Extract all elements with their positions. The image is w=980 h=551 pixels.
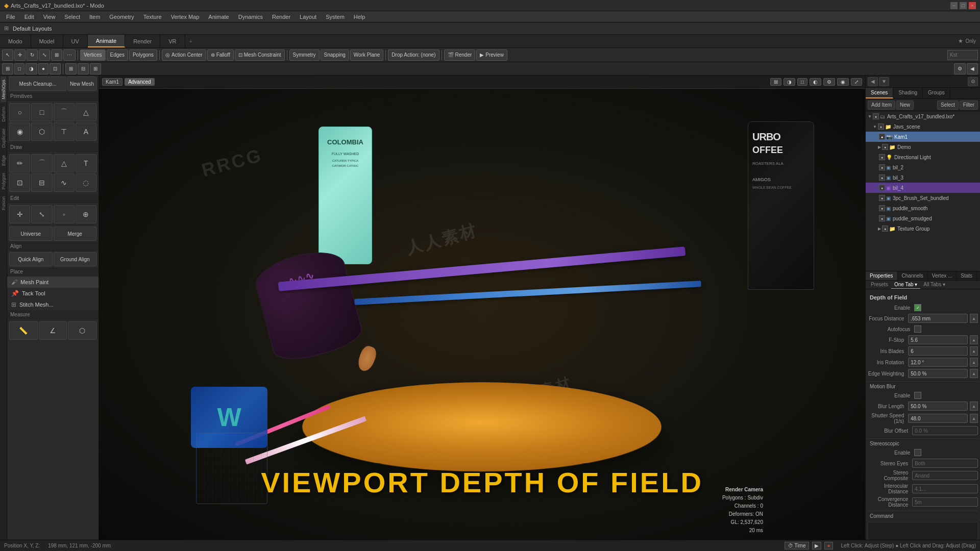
vp-camera-select[interactable]: Kam1: [102, 78, 122, 86]
tb2-grid[interactable]: ⊞: [2, 63, 13, 74]
tb2-settings[interactable]: ⚙: [954, 63, 966, 74]
tack-tool[interactable]: 📌 Tack Tool: [7, 288, 99, 299]
tab-channels[interactable]: Channels: [898, 271, 928, 280]
iris-rotation-arrow[interactable]: ▲: [970, 358, 978, 367]
stereo-eyes-input[interactable]: Both: [912, 459, 978, 468]
interocular-input[interactable]: 4.1...: [912, 484, 978, 493]
eye-demo[interactable]: ●: [882, 144, 888, 150]
shutter-speed-input[interactable]: 48.0: [908, 414, 968, 423]
tb-polygons[interactable]: Polygons: [129, 49, 157, 61]
measure-angle[interactable]: ∠: [39, 321, 67, 340]
vp-shade-toggle[interactable]: ◑: [783, 78, 795, 86]
new-mesh-button[interactable]: New Mesh: [67, 77, 96, 91]
tb-move[interactable]: ✛: [14, 49, 26, 61]
menu-animate[interactable]: Animate: [204, 13, 233, 21]
tab-properties[interactable]: Properties: [866, 271, 898, 280]
mode-tab-uv[interactable]: UV: [63, 35, 88, 47]
prim-disc[interactable]: ◉: [9, 122, 30, 141]
ri-collapse-all[interactable]: ▼: [879, 77, 889, 86]
scene-select[interactable]: Select: [937, 101, 959, 110]
ground-align-button[interactable]: Ground Align: [54, 252, 97, 266]
scene-item-texgroup[interactable]: ▶ ● 📁 Texture Group: [866, 223, 980, 234]
tb2-cube[interactable]: □: [14, 63, 24, 74]
mesh-cleanup-button[interactable]: Mesh Cleanup...: [9, 77, 66, 91]
tb-workplane[interactable]: Work Plane: [350, 49, 384, 61]
scene-item-puddlesmudged[interactable]: ● ▣ puddle_smudged: [866, 213, 980, 223]
iris-blades-input[interactable]: 6: [908, 346, 968, 356]
scene-filter[interactable]: Filter: [960, 101, 978, 110]
mode-tab-animate[interactable]: Animate: [88, 35, 125, 47]
scene-item-bil3[interactable]: ● ▣ bil_3: [866, 172, 980, 183]
edge-weighting-input[interactable]: 50.0 %: [908, 369, 968, 378]
stereo-composite-input[interactable]: Anand: [912, 471, 978, 480]
tab-scenes[interactable]: Scenes: [866, 88, 893, 98]
eye-bil2[interactable]: ●: [879, 164, 885, 170]
stitch-mesh[interactable]: ⊞ Stitch Mesh...: [7, 299, 99, 310]
tb2-layout[interactable]: ⊞: [65, 63, 77, 74]
mode-tab-add[interactable]: +: [185, 35, 197, 47]
iris-rotation-input[interactable]: 12.0 °: [908, 358, 968, 367]
tb-edges[interactable]: Edges: [107, 49, 128, 61]
tb2-collapse[interactable]: ◀: [967, 63, 978, 74]
eye-puddlesmudged[interactable]: ●: [879, 215, 885, 221]
subtab-presets[interactable]: Presets: [868, 281, 891, 289]
tb-action-center[interactable]: ◎ Action Center: [162, 49, 206, 61]
eye-bil4[interactable]: ●: [879, 185, 885, 191]
tab-groups[interactable]: Groups: [923, 88, 950, 98]
time-icon[interactable]: ⏱ Time: [785, 542, 809, 549]
eye-root[interactable]: ●: [873, 113, 879, 119]
eye-kam1[interactable]: ●: [879, 134, 885, 140]
side-tab-edge[interactable]: Edge: [1, 152, 7, 169]
tb2-split2[interactable]: ⊞: [90, 63, 101, 74]
tb-action-select[interactable]: ↖: [2, 49, 13, 61]
universe-button[interactable]: Universe: [9, 227, 53, 241]
scene-item-bil4[interactable]: ● ▣ bil_4: [866, 183, 980, 193]
tb2-shade2[interactable]: ●: [38, 63, 48, 74]
mode-tab-modo[interactable]: Modo: [0, 35, 31, 47]
record-button[interactable]: ●: [824, 542, 832, 549]
blur-length-arrow[interactable]: ▲: [970, 402, 978, 411]
menu-vertexmap[interactable]: Vertex Map: [167, 13, 204, 21]
draw-extra[interactable]: ◌: [76, 173, 96, 192]
merge-button[interactable]: Merge: [54, 227, 97, 241]
edit-move[interactable]: ✛: [9, 205, 30, 223]
tb-falloff[interactable]: ⊛ Falloff: [207, 49, 234, 61]
mode-tab-model[interactable]: Model: [31, 35, 63, 47]
prim-box[interactable]: □: [31, 103, 52, 121]
edit-push[interactable]: ⊕: [76, 205, 96, 223]
menu-render[interactable]: Render: [268, 13, 295, 21]
iris-blades-arrow[interactable]: ▲: [970, 346, 978, 356]
stereo-enable-checkbox[interactable]: [914, 449, 921, 456]
ri-settings[interactable]: ⚙: [968, 77, 978, 86]
blur-length-input[interactable]: 50.0 %: [908, 402, 968, 411]
side-tab-fusion[interactable]: Fusion: [1, 193, 7, 213]
menu-item[interactable]: Item: [85, 13, 104, 21]
menu-dynamics[interactable]: Dynamics: [234, 13, 267, 21]
menu-view[interactable]: View: [39, 13, 60, 21]
dof-enable-checkbox[interactable]: ✓: [914, 304, 921, 311]
tb2-shade1[interactable]: ◑: [26, 63, 37, 74]
tb2-split[interactable]: ⊟: [78, 63, 89, 74]
edit-scale[interactable]: ⤡: [31, 205, 52, 223]
vp-cam-toggle[interactable]: ◐: [810, 78, 821, 86]
vp-settings[interactable]: ⚙: [823, 78, 835, 86]
subtab-onetab[interactable]: One Tab ▾: [891, 281, 920, 289]
tb-drop-action[interactable]: Drop Action: (none): [388, 49, 439, 61]
search-input[interactable]: [947, 50, 978, 60]
tb-scale[interactable]: ⤡: [39, 49, 50, 61]
measure-3d[interactable]: ⬡: [68, 321, 96, 340]
autofocus-checkbox[interactable]: [914, 325, 921, 333]
menu-edit[interactable]: Edit: [20, 13, 38, 21]
scene-item-bil2[interactable]: ● ▣ bil_2: [866, 162, 980, 172]
eye-dirlight[interactable]: ●: [879, 154, 885, 160]
scene-item-root[interactable]: ▼ ● 🗂 Arts_Crafts_v17_bundled.lxo*: [866, 111, 980, 121]
tab-stats[interactable]: Stats: [957, 271, 977, 280]
mode-tab-vr[interactable]: VR: [160, 35, 185, 47]
minimize-button[interactable]: −: [950, 2, 958, 9]
eye-puddlesmooth[interactable]: ●: [879, 205, 885, 211]
prim-cylinder[interactable]: ⊤: [54, 122, 75, 141]
tb-render[interactable]: 🎬 Render: [444, 49, 476, 61]
eye-bil3[interactable]: ●: [879, 174, 885, 181]
scene-item-dirlight[interactable]: ● 💡 Directional Light: [866, 152, 980, 162]
focus-distance-arrow[interactable]: ▲: [970, 314, 978, 323]
